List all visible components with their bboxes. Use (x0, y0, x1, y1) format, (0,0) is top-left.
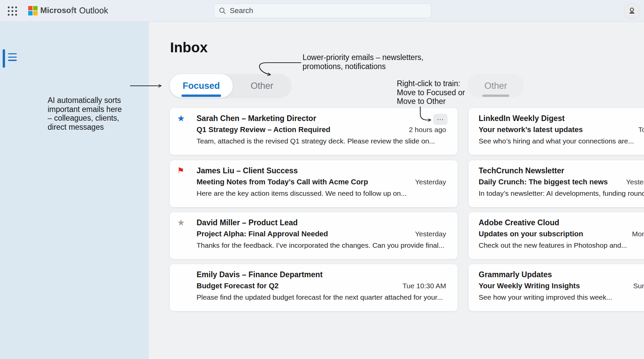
email-preview: Thanks for the feedback. I’ve incorporat… (197, 240, 446, 250)
email-preview: See how your writing improved this week.… (479, 292, 644, 302)
tab-focused[interactable]: Focused (170, 74, 233, 98)
email-time: Today (632, 125, 644, 135)
email-subject: Your network’s latest updates (479, 125, 583, 135)
email-sender: LinkedIn Weekly Digest (479, 113, 644, 123)
email-card-adobe[interactable]: Adobe Creative Cloud Updates on your sub… (469, 212, 644, 259)
email-card-sarah-chen[interactable]: ★ Sarah Chen – Marketing Director Q1 Str… (170, 108, 458, 155)
email-sender: Sarah Chen – Marketing Director (197, 113, 446, 123)
accent-bar (3, 49, 5, 68)
email-preview: Please find the updated budget forecast … (197, 292, 446, 302)
email-subject: Project Alpha: Final Approval Needed (197, 229, 328, 239)
email-sender: Adobe Creative Cloud (479, 218, 644, 228)
email-sender: Grammarly Updates (479, 270, 644, 280)
email-sender: David Miller – Product Lead (197, 218, 446, 228)
app-title: Outlook (79, 6, 108, 15)
email-card-david-miller[interactable]: ★ David Miller – Product Lead Project Al… (170, 212, 458, 259)
email-subject: Q1 Strategy Review – Action Required (197, 125, 330, 135)
email-time: Yesterday (408, 177, 446, 187)
email-subject: Daily Crunch: The biggest tech news (479, 177, 608, 187)
page-title: Inbox (170, 40, 208, 56)
email-sender: James Liu – Client Success (197, 166, 446, 176)
email-card-linkedin[interactable]: LinkedIn Weekly Digest Your network’s la… (469, 108, 644, 155)
email-subject: Meeting Notes from Today’s Call with Acm… (197, 177, 368, 187)
email-card-james-liu[interactable]: ⚑ James Liu – Client Success Meeting Not… (170, 160, 458, 207)
email-time: Tue 10:30 AM (396, 281, 446, 291)
email-card-emily-davis[interactable]: Emily Davis – Finance Department Budget … (170, 264, 458, 311)
email-sender: Emily Davis – Finance Department (197, 270, 446, 280)
email-time: Sunday (627, 281, 644, 291)
annotation-other-tab: Lower-priority emails – newsletters, pro… (303, 53, 437, 71)
annotation-right-click-train: Right-click to train: Move to Focused or… (397, 79, 477, 106)
email-preview: Team, attached is the revised Q1 strateg… (197, 136, 446, 146)
flag-icon[interactable]: ⚑ (177, 166, 197, 207)
email-card-grammarly[interactable]: Grammarly Updates Your Weekly Writing In… (469, 264, 644, 311)
email-preview: Here are the key action items discussed.… (197, 188, 446, 198)
email-preview: In today’s newsletter: AI developments, … (479, 188, 644, 198)
brand-label: Microsoft (40, 6, 76, 15)
email-card-techcrunch[interactable]: TechCrunch Newsletter Daily Crunch: The … (469, 160, 644, 207)
left-sidebar: AI automatically sorts important emails … (0, 21, 149, 359)
other-column-tab[interactable]: Other (468, 74, 524, 98)
icon-placeholder (177, 270, 197, 311)
annotation-focused: AI automatically sorts important emails … (48, 96, 142, 132)
email-subject: Budget Forecast for Q2 (197, 281, 278, 291)
email-time: Monday (625, 229, 644, 239)
hamburger-menu-icon[interactable] (8, 53, 17, 62)
email-subject: Your Weekly Writing Insights (479, 281, 580, 291)
tab-other[interactable]: Other (233, 74, 291, 98)
person-icon (628, 7, 636, 15)
outlook-window: Microsoft Outlook AI automatically sorts… (0, 0, 644, 359)
email-subject: Updates on your subscription (479, 229, 583, 239)
app-launcher-icon[interactable] (7, 5, 18, 17)
email-time: Yesterday (619, 177, 644, 187)
email-time: 2 hours ago (402, 125, 446, 135)
inbox-tabs: Focused Other (170, 74, 291, 98)
search-input[interactable] (214, 3, 431, 18)
star-icon[interactable]: ★ (177, 113, 197, 155)
email-preview: Check out the new features in Photoshop … (479, 240, 644, 250)
star-icon[interactable]: ★ (177, 218, 197, 259)
email-sender: TechCrunch Newsletter (479, 166, 644, 176)
email-preview: See who’s hiring and what your connectio… (479, 136, 644, 146)
more-options-button[interactable]: ⋯ (433, 114, 447, 125)
account-button[interactable] (624, 3, 640, 19)
microsoft-logo-icon (28, 6, 38, 15)
search-box (214, 3, 431, 18)
email-time: Yesterday (408, 229, 446, 239)
brand-divider (72, 5, 72, 16)
top-app-bar: Microsoft Outlook (0, 0, 644, 22)
